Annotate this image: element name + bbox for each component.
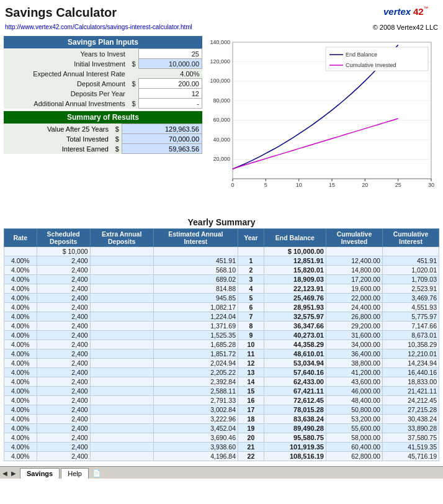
svg-text:20: 20	[362, 182, 368, 188]
cell-extra	[90, 349, 153, 359]
col-header-cum-interest: CumulativeInterest	[382, 229, 439, 247]
cell-cum-interest: 45,716.19	[382, 452, 439, 461]
cell-cum-interest: 4,551.93	[382, 303, 439, 312]
cell-cum-invested: 50,800.00	[326, 405, 382, 415]
table-row: 4.00% 2,400 2,205.22 13 57,640.16 41,200…	[4, 368, 439, 377]
cell-extra	[90, 275, 153, 284]
yearly-title: Yearly Summary	[4, 215, 439, 228]
cell-interest: 814.88	[153, 284, 238, 294]
tab-help[interactable]: Help	[61, 468, 89, 479]
table-row: 4.00% 2,400 689.02 3 18,909.03 17,200.00…	[4, 275, 439, 284]
initial-value[interactable]: 10,000.00	[139, 59, 202, 69]
cell-extra	[90, 415, 153, 424]
cell-scheduled: 2,400	[37, 294, 90, 303]
cell-year: 7	[238, 312, 264, 322]
table-row: 4.00% 2,400 1,082.17 6 28,951.93 24,400.…	[4, 303, 439, 312]
input-row-additional: Additional Annual Investments $ -	[4, 99, 202, 109]
cell-extra	[90, 284, 153, 294]
cell-interest: 2,205.22	[153, 368, 238, 377]
svg-text:30: 30	[428, 182, 434, 188]
table-header-row: Rate ScheduledDeposits Extra AnnualDepos…	[4, 229, 439, 247]
header: Savings Calculator vertex 42 ™	[0, 0, 443, 24]
input-row-deposits-per-year: Deposits Per Year 12	[4, 89, 202, 99]
vertex42-logo: vertex 42 ™	[382, 2, 438, 21]
cell-year: 18	[238, 415, 264, 424]
cell-cum-interest: 16,440.16	[382, 368, 439, 377]
cell-rate: 4.00%	[4, 349, 37, 359]
cell-end-balance: 12,851.91	[264, 256, 326, 266]
cell-year: 13	[238, 368, 264, 377]
table-row: 4.00% 2,400 3,690.46 20 95,580.75 58,000…	[4, 433, 439, 443]
cell-interest: 1,525.35	[153, 331, 238, 340]
cell-cum-interest: 24,212.45	[382, 396, 439, 405]
additional-value[interactable]: -	[139, 99, 202, 109]
tab-scroll-left[interactable]: ◀	[2, 470, 7, 477]
cell-scheduled: 2,400	[37, 331, 90, 340]
years-value[interactable]: 25	[139, 49, 202, 59]
cell-end-balance: 48,610.01	[264, 349, 326, 359]
svg-text:5: 5	[264, 182, 267, 188]
cell-scheduled: 2,400	[37, 275, 90, 284]
cell-cum-interest: 5,775.97	[382, 312, 439, 322]
cell-extra	[90, 424, 153, 433]
cell-extra	[90, 256, 153, 266]
cell-cum-invested: 38,800.00	[326, 359, 382, 368]
cell-interest: 2,791.33	[153, 396, 238, 405]
cell-cum-invested: 48,400.00	[326, 396, 382, 405]
cell-extra	[90, 368, 153, 377]
additional-label: Additional Annual Investments	[4, 99, 129, 109]
svg-text:10: 10	[296, 182, 302, 188]
cell-scheduled: 2,400	[37, 284, 90, 294]
deposit-value[interactable]: 200.00	[139, 79, 202, 89]
cell-extra	[90, 452, 153, 461]
cell-cum-interest: 7,147.66	[382, 322, 439, 331]
cell-interest: 1,082.17	[153, 303, 238, 312]
svg-text:100,000: 100,000	[210, 78, 230, 84]
table-row: 4.00% 2,400 2,791.33 16 72,612.45 48,400…	[4, 396, 439, 405]
cell-cum-interest: 18,833.00	[382, 377, 439, 387]
cell-scheduled: 2,400	[37, 312, 90, 322]
cell-scheduled: 2,400	[37, 256, 90, 266]
deposits-per-year-value[interactable]: 12	[139, 89, 202, 99]
cell-cum-invested: 55,600.00	[326, 424, 382, 433]
cell-extra	[90, 340, 153, 349]
svg-text:120,000: 120,000	[210, 58, 230, 65]
cell-interest: 3,452.04	[153, 424, 238, 433]
cell-rate: 4.00%	[4, 424, 37, 433]
table-row: 4.00% 2,400 945.85 5 25,469.76 22,000.00…	[4, 294, 439, 303]
tab-scroll-right[interactable]: ▶	[11, 470, 16, 477]
invested-dollar: $	[112, 134, 122, 144]
cell-cum-invested: 12,400.00	[326, 256, 382, 266]
cell-scheduled: 2,400	[37, 303, 90, 312]
table-row: 4.00% 2,400 1,685.28 10 44,358.29 34,000…	[4, 340, 439, 349]
cell-rate: 4.00%	[4, 377, 37, 387]
cell-end-balance: 95,580.75	[264, 433, 326, 443]
tab-insert-icon[interactable]: 📄	[92, 469, 101, 477]
initial-label: Initial Investment	[4, 59, 129, 69]
cell-scheduled: 2,400	[37, 266, 90, 275]
cell-cum-invested: 41,200.00	[326, 368, 382, 377]
cell-rate: 4.00%	[4, 387, 37, 396]
calculator-link[interactable]: http://www.vertex42.com/Calculators/savi…	[5, 24, 192, 31]
cell-end-balance: 25,469.76	[264, 294, 326, 303]
cell-cum-invested: 26,800.00	[326, 312, 382, 322]
tab-savings[interactable]: Savings	[20, 468, 60, 479]
deposits-per-year-dollar	[129, 89, 139, 99]
rate-value: 4.00%	[139, 69, 202, 79]
cell-interest: 4,196.84	[153, 452, 238, 461]
cell-extra	[90, 359, 153, 368]
cell-cum-interest: 33,890.28	[382, 424, 439, 433]
cell-interest: 3,938.60	[153, 443, 238, 452]
results-table: Value After 25 Years $ 129,963.56 Total …	[4, 124, 202, 154]
table-row: 4.00% 2,400 3,452.04 19 89,490.28 55,600…	[4, 424, 439, 433]
table-row: 4.00% 2,400 2,392.84 14 62,433.00 43,600…	[4, 377, 439, 387]
additional-dollar: $	[129, 99, 139, 109]
cell-interest: 1,371.69	[153, 322, 238, 331]
cell-cum-invested: 58,000.00	[326, 433, 382, 443]
table-row: 4.00% 2,400 3,222.96 18 83,638.24 53,200…	[4, 415, 439, 424]
svg-text:15: 15	[329, 182, 335, 188]
cell-interest: 568.10	[153, 266, 238, 275]
cell-end-balance: 72,612.45	[264, 396, 326, 405]
cell-extra	[90, 396, 153, 405]
table-row: 4.00% 2,400 1,851.72 11 48,610.01 36,400…	[4, 349, 439, 359]
